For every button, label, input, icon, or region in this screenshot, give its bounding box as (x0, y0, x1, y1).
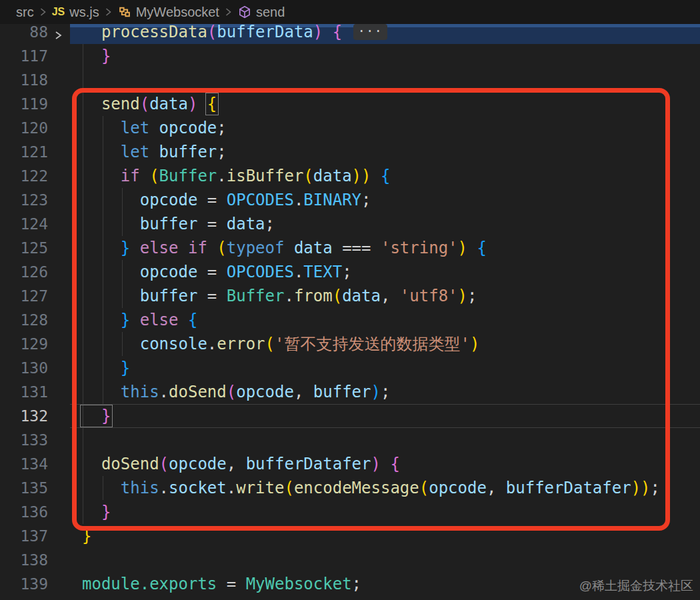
code-line[interactable]: 133 (0, 428, 700, 452)
code-text[interactable]: } (82, 44, 111, 68)
line-number: 134 (0, 452, 48, 476)
code-text[interactable]: } else { (82, 308, 197, 332)
breadcrumb-item-src[interactable]: src (16, 5, 34, 20)
code-line[interactable]: 126 opcode = OPCODES.TEXT; (0, 260, 700, 284)
code-line[interactable]: 118 (0, 68, 700, 92)
code-token: else (130, 311, 178, 329)
code-text[interactable]: } (82, 404, 111, 428)
code-line[interactable]: 127 buffer = Buffer.from(data, 'utf8'); (0, 284, 700, 308)
code-line[interactable]: 119 send(data) { (0, 92, 700, 116)
code-token: { (467, 239, 487, 257)
code-line[interactable]: 138 (0, 548, 700, 572)
code-token: ( (303, 167, 313, 185)
line-number: 118 (0, 68, 48, 92)
code-text[interactable]: } (82, 356, 130, 380)
code-token: opcode (82, 263, 197, 281)
folded-code-badge[interactable]: ··· (353, 24, 387, 40)
code-text[interactable]: opcode = OPCODES.TEXT; (82, 260, 352, 284)
code-token: data (313, 167, 352, 185)
editor[interactable]: 88 processData(bufferData) { ···117 }118… (0, 24, 700, 600)
code-line[interactable]: 120 let opcode; (0, 116, 700, 140)
breadcrumb-label: ws.js (69, 5, 99, 20)
code-token: ( (207, 239, 227, 257)
code-line[interactable]: 125 } else if (typeof data === 'string')… (0, 236, 700, 260)
method-icon (237, 5, 252, 19)
code-text[interactable]: console.error('暂不支持发送的数据类型') (82, 332, 479, 356)
code-token: , (381, 287, 390, 305)
code-token: ; (217, 119, 226, 137)
code-line[interactable]: 134 doSend(opcode, bufferDatafer) { (0, 452, 700, 476)
code-line[interactable]: 123 opcode = OPCODES.BINARY; (0, 188, 700, 212)
code-token: opcode (236, 383, 294, 401)
code-line[interactable]: 117 } (0, 44, 700, 68)
code-token: buffer (303, 383, 371, 401)
code-token: processData (82, 23, 207, 41)
indent-guide (83, 428, 83, 452)
code-line[interactable]: 135 this.socket.write(encodeMessage(opco… (0, 476, 700, 500)
code-token: bufferDatafer (236, 455, 371, 473)
code-token: opcode (169, 455, 227, 473)
code-text[interactable]: if (Buffer.isBuffer(data)) { (82, 164, 390, 188)
code-token: ) (458, 287, 467, 305)
code-text[interactable]: send(data) { (82, 92, 217, 116)
code-line[interactable]: 124 buffer = data; (0, 212, 700, 236)
code-line[interactable]: 136 } (0, 500, 700, 524)
code-token: data (342, 287, 381, 305)
code-token: socket (169, 479, 227, 497)
code-line[interactable]: 121 let buffer; (0, 140, 700, 164)
code-token: ( (284, 479, 293, 497)
code-token: . (294, 263, 303, 281)
code-token: = (197, 263, 217, 281)
code-text[interactable]: } (82, 500, 111, 524)
line-number: 135 (0, 476, 48, 500)
code-token: doSend (82, 455, 159, 473)
code-text[interactable]: this.doSend(opcode, buffer); (82, 380, 390, 404)
code-token: opcode (82, 191, 197, 209)
code-token: buffer (82, 287, 197, 305)
code-token: MyWebsocket (246, 575, 352, 593)
code-token: ; (361, 191, 371, 209)
code-token: ) (188, 95, 207, 113)
breadcrumb-item-method[interactable]: send (237, 5, 285, 20)
code-line[interactable]: 122 if (Buffer.isBuffer(data)) { (0, 164, 700, 188)
code-text[interactable]: buffer = data; (82, 212, 275, 236)
breadcrumb-item-file[interactable]: JS ws.js (52, 5, 99, 20)
code-text[interactable]: let buffer; (82, 140, 227, 164)
code-token: 'string' (371, 239, 458, 257)
code-token: doSend (169, 383, 227, 401)
code-token: ( (140, 167, 159, 185)
code-text[interactable]: } (82, 524, 91, 548)
code-token: . (159, 479, 169, 497)
code-line[interactable]: 131 this.doSend(opcode, buffer); (0, 380, 700, 404)
code-token: isBuffer (227, 167, 304, 185)
line-number: 139 (0, 572, 48, 596)
code-token: else (130, 239, 178, 257)
code-text[interactable]: buffer = Buffer.from(data, 'utf8'); (82, 284, 477, 308)
code-text[interactable]: let opcode; (82, 116, 227, 140)
code-line[interactable]: 130 } (0, 356, 700, 380)
code-text[interactable]: opcode = OPCODES.BINARY; (82, 188, 371, 212)
code-token: )) (352, 167, 371, 185)
code-token: let (82, 119, 149, 137)
code-token: = (197, 287, 217, 305)
code-text[interactable]: this.socket.write(encodeMessage(opcode, … (82, 476, 660, 500)
code-token: ( (265, 335, 275, 353)
code-line[interactable]: 132 } (0, 404, 700, 428)
code-token: { (333, 23, 352, 41)
code-text[interactable]: doSend(opcode, bufferDatafer) { (82, 452, 400, 476)
code-text[interactable]: module.exports = MyWebsocket; (82, 572, 361, 596)
breadcrumb-label: MyWebsocket (136, 5, 219, 20)
code-token: ( (333, 287, 342, 305)
code-line[interactable]: 128 } else { (0, 308, 700, 332)
code-token: TEXT (303, 263, 342, 281)
code-line[interactable]: 129 console.error('暂不支持发送的数据类型') (0, 332, 700, 356)
code-token: data (217, 215, 265, 233)
code-token: opcode (429, 479, 487, 497)
code-text[interactable]: } else if (typeof data === 'string') { (82, 236, 487, 260)
breadcrumb-item-class[interactable]: MyWebsocket (117, 5, 219, 20)
code-token: = (197, 215, 217, 233)
matched-bracket: } (82, 407, 111, 425)
code-line[interactable]: 137} (0, 524, 700, 548)
vscode-editor-window: src JS ws.js MyWebsocket (0, 0, 700, 600)
code-token: , (227, 455, 236, 473)
